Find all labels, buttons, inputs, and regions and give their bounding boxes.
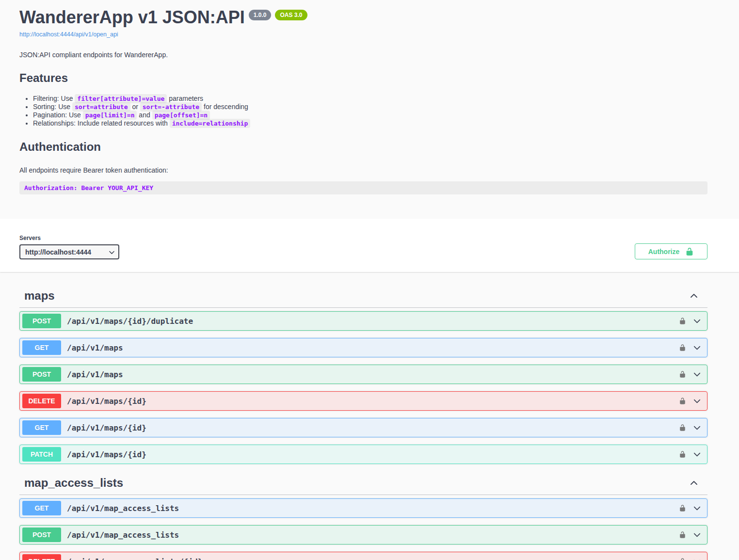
section-title: map_access_lists	[24, 476, 123, 490]
endpoint-row[interactable]: DELETE /api/v1/map_access_lists/{id}	[19, 552, 707, 560]
method-badge: GET	[22, 340, 61, 355]
method-badge: GET	[22, 420, 61, 435]
oas-badge: OAS 3.0	[275, 10, 307, 20]
authorize-label: Authorize	[648, 248, 680, 256]
feature-text: or	[130, 103, 140, 111]
method-badge: DELETE	[22, 554, 61, 560]
feature-text: Filtering: Use	[33, 95, 75, 102]
operations-wrapper: maps POST /api/v1/maps/{id}/duplicate GE…	[0, 272, 739, 560]
endpoint-row[interactable]: PATCH /api/v1/maps/{id}	[19, 445, 707, 464]
endpoint-path: /api/v1/maps/{id}	[67, 423, 146, 432]
page-title: WandererApp v1 JSON:API	[19, 9, 245, 26]
authentication-text: All endpoints require Bearer token authe…	[19, 166, 707, 174]
chevron-down-icon[interactable]	[692, 530, 702, 540]
api-info-section: WandererApp v1 JSON:API 1.0.0 OAS 3.0 ht…	[0, 0, 739, 194]
lock-icon[interactable]	[679, 530, 686, 539]
feature-item-pagination: Pagination: Use page[limit]=n and page[o…	[33, 111, 707, 119]
endpoint-path: /api/v1/maps/{id}	[67, 450, 146, 459]
lock-icon[interactable]	[679, 423, 686, 432]
chevron-up-icon	[689, 291, 699, 301]
feature-text: Pagination: Use	[33, 111, 83, 119]
method-badge: POST	[22, 528, 61, 542]
lock-icon[interactable]	[679, 317, 686, 325]
feature-text: Relationships: Include related resources…	[33, 119, 170, 127]
operations-list-maps: POST /api/v1/maps/{id}/duplicate GET /ap…	[19, 308, 707, 464]
version-badge: 1.0.0	[249, 10, 272, 20]
endpoint-row[interactable]: POST /api/v1/maps/{id}/duplicate	[19, 311, 707, 331]
section-header-map-access-lists[interactable]: map_access_lists	[19, 471, 707, 495]
endpoint-path: /api/v1/map_access_lists	[67, 530, 179, 540]
chevron-down-icon[interactable]	[692, 423, 702, 432]
lock-icon[interactable]	[679, 343, 686, 352]
feature-item-relationships: Relationships: Include related resources…	[33, 119, 707, 128]
method-badge: DELETE	[22, 394, 61, 408]
unlock-icon	[685, 247, 694, 256]
code-chip: page[limit]=n	[83, 111, 137, 120]
method-badge: POST	[22, 367, 61, 382]
chevron-down-icon[interactable]	[692, 557, 702, 560]
lock-icon[interactable]	[679, 504, 686, 512]
endpoint-path: /api/v1/maps	[67, 370, 123, 379]
features-heading: Features	[19, 71, 707, 85]
chevron-down-icon[interactable]	[692, 397, 702, 406]
feature-text: for descending	[202, 103, 248, 111]
spec-url-link[interactable]: http://localhost:4444/api/v1/open_api	[19, 31, 118, 38]
endpoint-path: /api/v1/map_access_lists/{id}	[67, 557, 202, 560]
operations-list-map-access-lists: GET /api/v1/map_access_lists POST /api/v…	[19, 495, 707, 560]
endpoint-row[interactable]: GET /api/v1/map_access_lists	[19, 498, 707, 518]
endpoint-row[interactable]: POST /api/v1/maps	[19, 365, 707, 384]
section-title: maps	[24, 289, 55, 303]
feature-text: parameters	[167, 95, 203, 102]
endpoint-path: /api/v1/maps/{id}	[67, 397, 146, 406]
lock-icon[interactable]	[679, 557, 686, 560]
endpoint-path: /api/v1/maps	[67, 343, 123, 352]
api-description: JSON:API compliant endpoints for Wandere…	[19, 51, 707, 59]
endpoint-row[interactable]: GET /api/v1/maps/{id}	[19, 418, 707, 437]
endpoint-row[interactable]: POST /api/v1/map_access_lists	[19, 525, 707, 544]
feature-item-filtering: Filtering: Use filter[attribute]=value p…	[33, 95, 707, 103]
servers-label: Servers	[19, 235, 119, 241]
chevron-down-icon[interactable]	[692, 504, 702, 513]
lock-icon[interactable]	[679, 370, 686, 379]
endpoint-row[interactable]: DELETE /api/v1/maps/{id}	[19, 391, 707, 411]
endpoint-row[interactable]: GET /api/v1/maps	[19, 338, 707, 357]
method-badge: GET	[22, 501, 61, 515]
method-badge: PATCH	[22, 447, 61, 462]
chevron-down-icon[interactable]	[692, 370, 702, 379]
authentication-heading: Authentication	[19, 140, 707, 154]
method-badge: POST	[22, 314, 61, 328]
authorization-code-block: Authorization: Bearer YOUR_API_KEY	[19, 181, 707, 194]
features-list: Filtering: Use filter[attribute]=value p…	[19, 95, 707, 128]
servers-select[interactable]: http://localhost:4444	[19, 244, 119, 259]
feature-text: and	[137, 111, 152, 119]
chevron-down-icon[interactable]	[692, 450, 702, 459]
authorize-button[interactable]: Authorize	[635, 243, 707, 259]
lock-icon[interactable]	[679, 450, 686, 459]
chevron-down-icon[interactable]	[692, 343, 702, 352]
feature-text: Sorting: Use	[33, 103, 72, 111]
chevron-down-icon[interactable]	[692, 317, 702, 326]
code-chip: include=relationship	[170, 119, 251, 128]
section-header-maps[interactable]: maps	[19, 284, 707, 308]
lock-icon[interactable]	[679, 397, 686, 405]
feature-item-sorting: Sorting: Use sort=attribute or sort=-att…	[33, 103, 707, 111]
servers-group: Servers http://localhost:4444	[19, 235, 119, 259]
scheme-container: Servers http://localhost:4444 Authorize	[0, 219, 739, 272]
chevron-up-icon	[689, 478, 699, 488]
endpoint-path: /api/v1/map_access_lists	[67, 504, 179, 513]
endpoint-path: /api/v1/maps/{id}/duplicate	[67, 317, 193, 326]
